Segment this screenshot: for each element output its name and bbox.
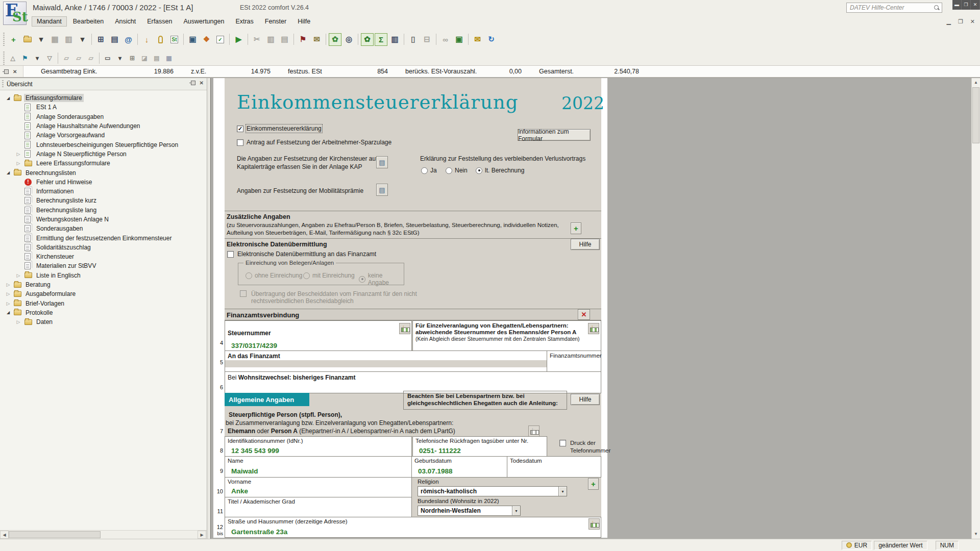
tree-item-berechnungslisten[interactable]: ◢Berechnungslisten xyxy=(0,168,207,177)
mdi-minimize-button[interactable]: ▁ xyxy=(946,18,950,25)
notes-icon[interactable]: ✉ xyxy=(310,33,323,46)
tree-item-label[interactable]: Sonderausgaben xyxy=(35,224,84,233)
print-dropdown-icon[interactable]: ▾ xyxy=(76,33,89,46)
scroll-down-icon[interactable]: ▼ xyxy=(972,530,980,538)
form-info-button[interactable]: Informationen zum Formular xyxy=(518,129,591,141)
new-document-icon[interactable]: + xyxy=(7,33,20,46)
geburtsdatum-cell[interactable]: Geburtsdatum 03.07.1988 xyxy=(411,456,507,478)
bookmark-flag-icon[interactable]: ⚑ xyxy=(19,53,31,63)
tree-item-label[interactable]: Erfassungsformulare xyxy=(24,94,84,102)
add-zusatz-button[interactable]: + xyxy=(571,222,581,234)
tax-calendar-icon[interactable]: ✓ xyxy=(214,33,227,46)
menu-ansicht[interactable]: Ansicht xyxy=(110,16,141,27)
tree-item-anlage-haushaltsnahe-aufwendungen[interactable]: Anlage Haushaltsnahe Aufwendungen xyxy=(0,121,207,131)
abweichende-import-icon[interactable] xyxy=(588,323,599,334)
tree-item-est-1-a[interactable]: ESt 1 A xyxy=(0,103,207,112)
calculator-icon[interactable]: ⊟ xyxy=(421,33,433,46)
tree-item-sonderausgaben[interactable]: Sonderausgaben xyxy=(0,224,207,233)
down-triangle-icon[interactable]: ▽ xyxy=(44,53,55,63)
window-dropdown-icon[interactable]: ▾ xyxy=(114,53,126,63)
scrollbar-thumb[interactable] xyxy=(972,87,979,143)
print-form-icon[interactable]: ▤ xyxy=(108,33,121,46)
tree-item-berechnungsliste-lang[interactable]: Berechnungsliste lang xyxy=(0,206,207,215)
expand-icon[interactable]: ▷ xyxy=(15,152,21,157)
tree-item-beratung[interactable]: ▷Beratung xyxy=(0,280,207,289)
close-button[interactable]: ✕ xyxy=(971,0,980,10)
search-icon[interactable] xyxy=(934,5,940,11)
export-document-icon[interactable]: ↓ xyxy=(140,33,153,46)
open-folder-icon[interactable] xyxy=(21,33,34,46)
tree-item-label[interactable]: Anlage Vorsorgeaufwand xyxy=(35,131,106,139)
copy-icon[interactable]: ▥ xyxy=(264,33,277,46)
expand-icon[interactable]: ▷ xyxy=(5,291,11,296)
window-view-icon[interactable]: ▭ xyxy=(102,53,113,63)
elektronisch-hilfe-button[interactable]: Hilfe xyxy=(571,239,600,250)
tree-item-ausgabeformulare[interactable]: ▷Ausgabeformulare xyxy=(0,289,207,298)
bundesland-select[interactable]: Nordrhein-Westfalen ▼ xyxy=(418,506,521,516)
columns-view-icon[interactable]: ▥ xyxy=(388,33,401,46)
tree-item-label[interactable]: Ausgabeformulare xyxy=(24,290,77,298)
verlust-berechnung-radio[interactable] xyxy=(476,167,482,174)
cut-icon[interactable]: ✂ xyxy=(251,33,263,46)
titel-cell[interactable]: Titel / Akademischer Grad xyxy=(225,497,412,517)
tree-item-berechnungsliste-kurz[interactable]: Berechnungsliste kurz xyxy=(0,196,207,205)
menu-hilfe[interactable]: Hilfe xyxy=(292,16,315,27)
collapse-icon[interactable]: ◢ xyxy=(5,170,11,175)
monitor-view-icon[interactable]: ▣ xyxy=(186,33,199,46)
close-values-bar-icon[interactable]: ✕ xyxy=(13,69,17,74)
open-dropdown-icon[interactable]: ▾ xyxy=(35,33,47,46)
page-current-icon[interactable]: ▱ xyxy=(73,53,84,63)
document-vertical-scrollbar[interactable]: ▲ ▼ xyxy=(971,78,980,539)
sidebar-close-icon[interactable]: ✕ xyxy=(200,80,204,86)
delete-finanzamt-button[interactable]: ✕ xyxy=(578,309,590,320)
allgemein-hilfe-button[interactable]: Hilfe xyxy=(571,394,600,405)
person-import-icon[interactable] xyxy=(528,425,540,437)
tree-item-erfassungsformulare[interactable]: ◢Erfassungsformulare xyxy=(0,93,207,103)
flag-icon[interactable]: ⚑ xyxy=(297,33,309,46)
tree-item-label[interactable]: Daten xyxy=(35,318,54,326)
est-declaration-label[interactable]: Einkommensteuererklärung xyxy=(247,125,322,132)
page-next-icon[interactable]: ▱ xyxy=(85,53,96,63)
monitor-green-icon[interactable]: ▣ xyxy=(453,33,465,46)
print-preview-icon[interactable]: ▥ xyxy=(62,33,75,46)
tree-item-label[interactable]: Anlage Sonderausgaben xyxy=(35,113,105,121)
save-icon[interactable]: ▦ xyxy=(48,33,61,46)
expand-icon[interactable]: ▷ xyxy=(15,273,21,278)
scroll-right-icon[interactable]: ▶ xyxy=(198,531,206,539)
print-icon[interactable]: ▤ xyxy=(151,53,162,63)
sidebar-horizontal-scrollbar[interactable]: ◀ ▶ xyxy=(0,530,207,539)
tree-item-label[interactable]: Protokolle xyxy=(24,309,54,317)
name-value[interactable]: Maiwald xyxy=(231,467,258,475)
telefon-cell[interactable]: Telefonische Rückfragen tagsüber unter N… xyxy=(412,436,547,457)
wohnsitzwechsel-cell[interactable]: Bei Wohnsitzwechsel: bisheriges Finanzam… xyxy=(225,371,601,393)
vorname-cell[interactable]: Vorname Anke xyxy=(225,477,412,497)
tree-item-werbungskosten-anlage-n[interactable]: Werbungskosten Anlage N xyxy=(0,215,207,224)
bookmark-dropdown-icon[interactable]: ▾ xyxy=(32,53,43,63)
est-declaration-checkbox[interactable]: ✓ xyxy=(237,126,243,132)
tree-item-label[interactable]: Werbungskosten Anlage N xyxy=(35,215,110,223)
tiles-view-icon[interactable]: ⊞ xyxy=(127,53,138,63)
tree-item-label[interactable]: Solidaritätszuschlag xyxy=(35,243,92,252)
vorname-value[interactable]: Anke xyxy=(231,487,248,495)
druck-telefon-checkbox[interactable] xyxy=(559,440,566,446)
tree-item-solidaritätszuschlag[interactable]: Solidaritätszuschlag xyxy=(0,243,207,252)
tree-item-anlage-vorsorgeaufwand[interactable]: Anlage Vorsorgeaufwand xyxy=(0,131,207,140)
tree-item-label[interactable]: Berechnungsliste lang xyxy=(35,206,98,214)
menu-auswertungen[interactable]: Auswertungen xyxy=(178,16,229,27)
tree-item-label[interactable]: Leere Erfassungsformulare xyxy=(35,159,112,167)
strasse-import-icon[interactable] xyxy=(589,518,600,530)
partner-icon[interactable]: ❖ xyxy=(200,33,213,46)
table-view-icon[interactable]: ⊞ xyxy=(94,33,107,46)
paste-icon[interactable]: ▤ xyxy=(278,33,291,46)
menu-mandant[interactable]: Mandant xyxy=(32,16,67,27)
mdi-close-button[interactable]: ✕ xyxy=(970,18,975,25)
menu-extras[interactable]: Extras xyxy=(230,16,258,27)
email-at-icon[interactable]: @ xyxy=(122,33,135,46)
help-search-input[interactable]: DATEV Hilfe-Center xyxy=(846,3,942,13)
tree-item-anlage-sonderausgaben[interactable]: Anlage Sonderausgaben xyxy=(0,112,207,121)
mdi-restore-button[interactable]: ❐ xyxy=(958,18,963,25)
sparzulage-checkbox[interactable] xyxy=(237,139,243,146)
start-calculation-icon[interactable]: ▶ xyxy=(232,33,245,46)
doc-info-icon[interactable]: ◪ xyxy=(139,53,150,63)
tree-item-liste-in-englisch[interactable]: ▷Liste in Englisch xyxy=(0,271,207,280)
